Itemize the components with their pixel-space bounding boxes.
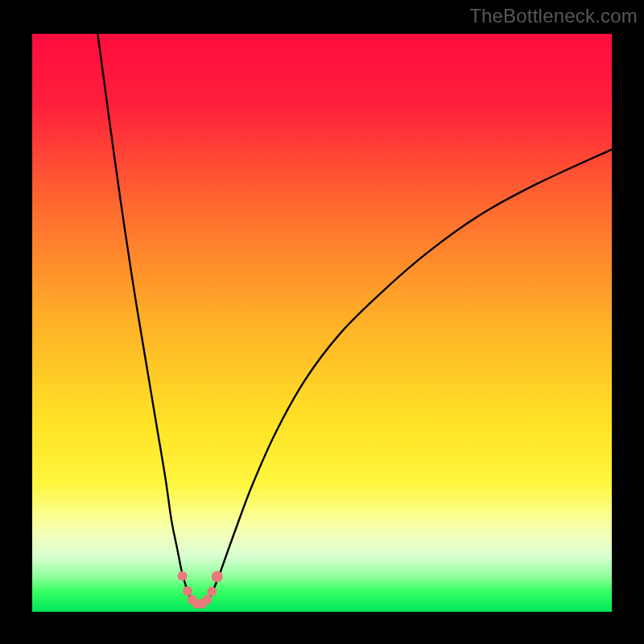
watermark-text: TheBottleneck.com xyxy=(469,5,638,27)
valley-marker xyxy=(202,595,212,605)
valley-marker xyxy=(207,587,217,597)
chart-frame: TheBottleneck.com xyxy=(0,0,644,644)
valley-marker xyxy=(183,586,192,596)
valley-marker xyxy=(212,571,223,582)
bottleneck-curve xyxy=(97,34,612,605)
plot-area xyxy=(32,34,612,612)
curve-layer xyxy=(32,34,612,612)
valley-marker xyxy=(177,571,187,580)
valley-markers xyxy=(177,571,222,609)
